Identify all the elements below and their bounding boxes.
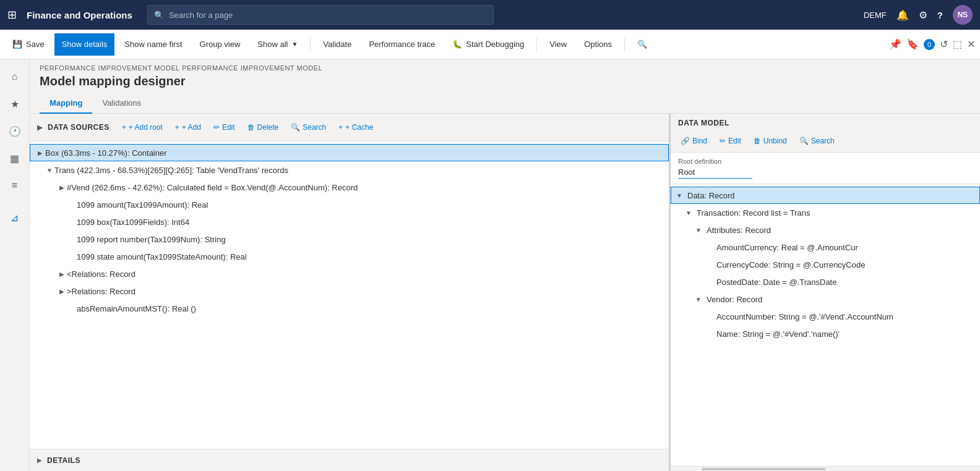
tree-item-relationslt[interactable]: ▶ <Relations: Record [30, 265, 669, 282]
tree-item-reportnum[interactable]: ▶ 1099 report number(Tax1099Num): String [30, 231, 669, 248]
view-button[interactable]: View [542, 33, 574, 56]
help-icon[interactable]: ? [937, 10, 943, 20]
search-cmd-icon: 🔍 [637, 40, 647, 49]
data-sources-toggle[interactable]: ▶ [37, 123, 43, 132]
cache-icon: + [338, 123, 343, 132]
environment-label: DEMF [864, 11, 887, 20]
tree-item-relationsgt[interactable]: ▶ >Relations: Record [30, 282, 669, 300]
sidebar-item-workspaces[interactable]: ▦ [2, 146, 27, 171]
tab-validations[interactable]: Validations [92, 93, 151, 114]
gear-icon[interactable]: ⚙ [919, 9, 927, 21]
sidebar-item-recent[interactable]: 🕐 [2, 119, 27, 143]
expand-icon-box: ▶ [35, 148, 45, 158]
dm-edit-icon: ✏ [720, 137, 726, 145]
global-search-bar[interactable]: 🔍 Search for a page [147, 5, 494, 25]
dm-item-name[interactable]: ▶ Name: String = @.'#Vend'.'name()' [671, 325, 980, 342]
tree-item-box[interactable]: ▶ Box (63.3ms - 10.27%): Container [30, 144, 669, 161]
page-title: Model mapping designer [30, 73, 980, 93]
root-def-value: Root [678, 168, 752, 179]
breadcrumb: PERFORMANCE IMPROVEMENT MODEL PERFORMANC… [30, 59, 980, 73]
dm-item-attributes[interactable]: ▼ Attributes: Record [671, 221, 980, 239]
options-button[interactable]: Options [577, 33, 619, 56]
group-view-button[interactable]: Group view [192, 33, 248, 56]
search-cmd-button[interactable]: 🔍 [630, 33, 655, 56]
refresh-icon[interactable]: ↺ [940, 38, 948, 50]
dm-expand-icon-data: ▼ [676, 192, 686, 199]
root-def-label: Root definition [678, 158, 973, 165]
dm-item-data[interactable]: ▼ Data: Record [671, 187, 980, 204]
open-icon[interactable]: ⬚ [953, 38, 962, 50]
top-right-icons: DEMF 🔔 ⚙ ? NS [864, 5, 973, 25]
sidebar-item-modules[interactable]: ≡ [2, 173, 27, 198]
tree-item-trans[interactable]: ▼ Trans (422.3ms - 68.53%)[265][Q:265]: … [30, 161, 669, 179]
close-icon[interactable]: ✕ [967, 38, 975, 50]
data-sources-header: ▶ DATA SOURCES + + Add root + + Add ✏ Ed… [30, 114, 669, 142]
app-grid-icon[interactable]: ⊞ [7, 8, 17, 22]
pin-icon[interactable]: 📌 [889, 38, 901, 50]
dm-item-currencycode[interactable]: ▶ CurrencyCode: String = @.CurrencyCode [671, 256, 980, 273]
command-bar: 💾 Save Show details Show name first Grou… [0, 30, 980, 59]
add-icon: + [175, 123, 179, 132]
details-toggle[interactable]: ▶ [37, 457, 42, 464]
edit-button[interactable]: ✏ Edit [208, 119, 240, 136]
root-definition-section: Root definition Root [671, 153, 980, 184]
dm-item-posteddate[interactable]: ▶ PostedDate: Date = @.TransDate [671, 273, 980, 291]
debug-icon: 🐛 [452, 40, 462, 49]
dm-item-vendor[interactable]: ▼ Vendor: Record [671, 291, 980, 308]
dm-search-button[interactable]: 🔍 Search [794, 132, 840, 150]
bookmark-icon[interactable]: 🔖 [906, 38, 919, 50]
chevron-down-icon: ▼ [291, 41, 298, 48]
scroll-thumb-horizontal [702, 468, 825, 470]
trash-icon: 🗑 [247, 123, 255, 132]
add-button[interactable]: + + Add [170, 119, 206, 136]
sidebar-item-favorites[interactable]: ★ [2, 91, 27, 116]
dm-item-amountcurrency[interactable]: ▶ AmountCurrency: Real = @.AmountCur [671, 239, 980, 256]
edit-icon: ✏ [213, 123, 220, 132]
dm-item-accountnumber[interactable]: ▶ AccountNumber: String = @.'#Vend'.Acco… [671, 308, 980, 325]
show-name-first-button[interactable]: Show name first [117, 33, 189, 56]
tree-item-vend[interactable]: ▶ #Vend (262.6ms - 42.62%): Calculated f… [30, 179, 669, 196]
badge-count: 0 [924, 39, 935, 50]
tree-item-amount1099[interactable]: ▶ 1099 amount(Tax1099Amount): Real [30, 196, 669, 213]
dm-expand-icon-transaction: ▼ [686, 210, 695, 216]
save-icon: 💾 [12, 40, 22, 49]
search-icon: 🔍 [154, 11, 164, 20]
horizontal-scrollbar[interactable] [671, 466, 980, 471]
data-model-tree: ▼ Data: Record ▼ Transaction: Record lis… [671, 184, 980, 466]
save-button[interactable]: 💾 Save [5, 33, 52, 56]
delete-button[interactable]: 🗑 Delete [243, 119, 284, 136]
expand-icon-relationsgt: ▶ [57, 286, 67, 296]
dm-edit-button[interactable]: ✏ Edit [715, 132, 746, 150]
left-sidebar: ⌂ ★ 🕐 ▦ ≡ ⊿ [0, 59, 30, 471]
bell-icon[interactable]: 🔔 [896, 9, 909, 21]
separator-2 [536, 37, 537, 52]
dm-search-icon: 🔍 [799, 137, 809, 145]
show-all-button[interactable]: Show all ▼ [250, 33, 305, 56]
performance-trace-button[interactable]: Performance trace [361, 33, 442, 56]
sidebar-item-filter[interactable]: ⊿ [2, 205, 27, 230]
dm-item-transaction[interactable]: ▼ Transaction: Record list = Trans [671, 204, 980, 221]
separator-1 [310, 37, 311, 52]
tree-item-box1099[interactable]: ▶ 1099 box(Tax1099Fields): Int64 [30, 213, 669, 231]
expand-icon-vend: ▶ [57, 182, 67, 192]
app-name: Finance and Operations [27, 10, 132, 20]
data-sources-pane: ▶ DATA SOURCES + + Add root + + Add ✏ Ed… [30, 114, 671, 471]
unbind-button[interactable]: 🗑 Unbind [749, 132, 792, 150]
validate-button[interactable]: Validate [316, 33, 359, 56]
tabs: Mapping Validations [30, 93, 980, 114]
bind-button[interactable]: 🔗 Bind [676, 132, 712, 150]
tree-item-absremain[interactable]: ▶ absRemainAmountMST(): Real () [30, 300, 669, 317]
data-model-title: DATA MODEL [671, 114, 980, 130]
add-root-button[interactable]: + + Add root [117, 119, 168, 136]
link-icon: 🔗 [681, 137, 690, 145]
sidebar-item-home[interactable]: ⌂ [2, 64, 27, 89]
show-details-button[interactable]: Show details [54, 33, 115, 56]
user-avatar[interactable]: NS [953, 5, 973, 25]
tree-item-stateamount[interactable]: ▶ 1099 state amount(Tax1099StateAmount):… [30, 248, 669, 265]
search-button[interactable]: 🔍 Search [286, 119, 331, 136]
add-root-icon: + [122, 123, 126, 132]
cache-button[interactable]: + + Cache [333, 119, 378, 136]
start-debugging-button[interactable]: 🐛 Start Debugging [445, 33, 531, 56]
expand-icon-trans: ▼ [45, 165, 54, 175]
tab-mapping[interactable]: Mapping [40, 93, 92, 114]
